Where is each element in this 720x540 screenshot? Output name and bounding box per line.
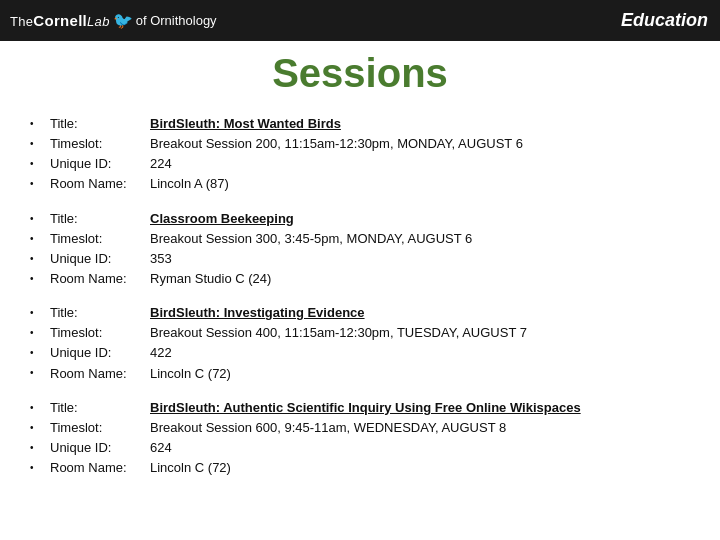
session-field-value: 422 bbox=[150, 343, 690, 363]
logo-ornithology: of Ornithology bbox=[136, 13, 217, 28]
session-field-label: Title: bbox=[50, 398, 140, 418]
main-content: Sessions ••••Title:Timeslot:Unique ID:Ro… bbox=[0, 41, 720, 488]
session-values-4: BirdSleuth: Authentic Scientific Inquiry… bbox=[150, 398, 690, 479]
sessions-container: ••••Title:Timeslot:Unique ID:Room Name:B… bbox=[30, 114, 690, 478]
session-labels-3: Title:Timeslot:Unique ID:Room Name: bbox=[50, 303, 140, 384]
session-field-value: Breakout Session 300, 3:45-5pm, MONDAY, … bbox=[150, 229, 690, 249]
session-block-2: ••••Title:Timeslot:Unique ID:Room Name: … bbox=[30, 209, 690, 290]
bullet-icon: • bbox=[30, 249, 34, 269]
session-block-4: ••••Title:Timeslot:Unique ID:Room Name: … bbox=[30, 398, 690, 479]
bullet-icon: • bbox=[30, 458, 34, 478]
session-field-value: Breakout Session 400, 11:15am-12:30pm, T… bbox=[150, 323, 690, 343]
session-bullets-2: •••• bbox=[30, 209, 50, 290]
bullet-item: • bbox=[30, 458, 46, 478]
bullet-item: • bbox=[30, 398, 46, 418]
session-field-label: Unique ID: bbox=[50, 154, 140, 174]
session-field-label: Timeslot: bbox=[50, 134, 140, 154]
bullet-item: • bbox=[30, 269, 46, 289]
session-field-label: Room Name: bbox=[50, 364, 140, 384]
bullet-icon: • bbox=[30, 174, 34, 194]
header: TheCornellLab 🐦 of Ornithology Education bbox=[0, 0, 720, 41]
session-field-label: Unique ID: bbox=[50, 438, 140, 458]
session-field-label: Room Name: bbox=[50, 269, 140, 289]
logo-text: TheCornellLab bbox=[10, 12, 110, 29]
session-title-value: BirdSleuth: Most Wanted Birds bbox=[150, 114, 690, 134]
session-field-label: Timeslot: bbox=[50, 229, 140, 249]
bullet-icon: • bbox=[30, 134, 34, 154]
session-block-1: ••••Title:Timeslot:Unique ID:Room Name:B… bbox=[30, 114, 690, 195]
session-bullets-3: •••• bbox=[30, 303, 50, 384]
session-values-3: BirdSleuth: Investigating EvidenceBreako… bbox=[150, 303, 690, 384]
bullet-item: • bbox=[30, 249, 46, 269]
session-field-value: Breakout Session 200, 11:15am-12:30pm, M… bbox=[150, 134, 690, 154]
bird-icon: 🐦 bbox=[113, 11, 133, 30]
bullet-item: • bbox=[30, 209, 46, 229]
bullet-icon: • bbox=[30, 114, 34, 134]
session-field-value: Lincoln C (72) bbox=[150, 458, 690, 478]
session-field-value: Lincoln A (87) bbox=[150, 174, 690, 194]
session-field-label: Room Name: bbox=[50, 458, 140, 478]
bullet-icon: • bbox=[30, 418, 34, 438]
session-field-value: Lincoln C (72) bbox=[150, 364, 690, 384]
session-title-value: Classroom Beekeeping bbox=[150, 209, 690, 229]
session-field-value: 353 bbox=[150, 249, 690, 269]
bullet-item: • bbox=[30, 303, 46, 323]
bullet-item: • bbox=[30, 134, 46, 154]
session-block-3: ••••Title:Timeslot:Unique ID:Room Name:B… bbox=[30, 303, 690, 384]
logo-the: The bbox=[10, 14, 33, 29]
bullet-icon: • bbox=[30, 343, 34, 363]
bullet-item: • bbox=[30, 174, 46, 194]
session-field-value: Ryman Studio C (24) bbox=[150, 269, 690, 289]
bullet-icon: • bbox=[30, 323, 34, 343]
bullet-icon: • bbox=[30, 438, 34, 458]
bullet-item: • bbox=[30, 343, 46, 363]
logo-lab: Lab bbox=[87, 14, 110, 29]
bullet-item: • bbox=[30, 114, 46, 134]
session-labels-2: Title:Timeslot:Unique ID:Room Name: bbox=[50, 209, 140, 290]
bullet-icon: • bbox=[30, 154, 34, 174]
session-field-value: 224 bbox=[150, 154, 690, 174]
session-field-label: Room Name: bbox=[50, 174, 140, 194]
session-bullets-1: •••• bbox=[30, 114, 50, 195]
bullet-icon: • bbox=[30, 209, 34, 229]
bullet-item: • bbox=[30, 363, 46, 383]
session-values-1: BirdSleuth: Most Wanted BirdsBreakout Se… bbox=[150, 114, 690, 195]
logo-area: TheCornellLab 🐦 of Ornithology bbox=[10, 11, 217, 30]
bullet-icon: • bbox=[30, 269, 34, 289]
session-labels-4: Title:Timeslot:Unique ID:Room Name: bbox=[50, 398, 140, 479]
session-labels-1: Title:Timeslot:Unique ID:Room Name: bbox=[50, 114, 140, 195]
education-label: Education bbox=[621, 10, 708, 31]
session-field-label: Title: bbox=[50, 209, 140, 229]
session-field-label: Unique ID: bbox=[50, 343, 140, 363]
bullet-item: • bbox=[30, 229, 46, 249]
bullet-item: • bbox=[30, 438, 46, 458]
session-field-label: Unique ID: bbox=[50, 249, 140, 269]
session-field-label: Title: bbox=[50, 303, 140, 323]
logo-cornell: Cornell bbox=[33, 12, 87, 29]
session-field-value: 624 bbox=[150, 438, 690, 458]
bullet-item: • bbox=[30, 323, 46, 343]
bullet-icon: • bbox=[30, 303, 34, 323]
bullet-icon: • bbox=[30, 229, 34, 249]
page-title: Sessions bbox=[30, 51, 690, 96]
session-title-value: BirdSleuth: Investigating Evidence bbox=[150, 303, 690, 323]
bullet-icon: • bbox=[30, 363, 34, 383]
session-values-2: Classroom BeekeepingBreakout Session 300… bbox=[150, 209, 690, 290]
bullet-icon: • bbox=[30, 398, 34, 418]
session-field-label: Title: bbox=[50, 114, 140, 134]
session-field-label: Timeslot: bbox=[50, 323, 140, 343]
session-title-value: BirdSleuth: Authentic Scientific Inquiry… bbox=[150, 398, 690, 418]
bullet-item: • bbox=[30, 154, 46, 174]
session-field-label: Timeslot: bbox=[50, 418, 140, 438]
bullet-item: • bbox=[30, 418, 46, 438]
session-bullets-4: •••• bbox=[30, 398, 50, 479]
session-field-value: Breakout Session 600, 9:45-11am, WEDNESD… bbox=[150, 418, 690, 438]
